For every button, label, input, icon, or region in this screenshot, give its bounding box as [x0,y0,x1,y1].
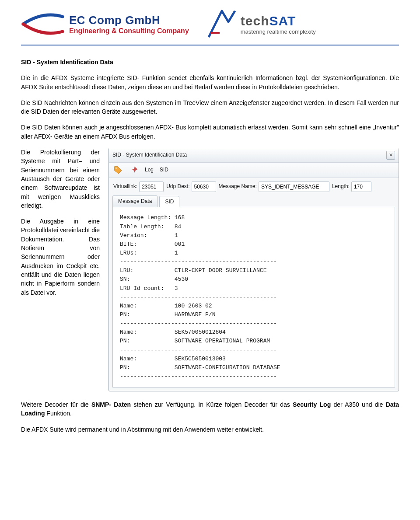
window-title: SID - System Identification Data [112,151,187,159]
udpdest-input[interactable] [192,181,216,192]
techsat-name: techSAT [241,14,316,28]
tabs: Message Data SID [109,195,399,207]
length-label: Length: [332,183,350,190]
tag-icon[interactable] [113,165,123,175]
svg-point-0 [61,15,64,18]
paragraph-left-2: Die Ausgabe in eine Protokolldatei verei… [21,217,100,297]
section-heading: SID - System Identification Data [21,58,399,66]
page-header: EC Comp GmbH Engineering & Consulting Co… [21,9,399,39]
pin-icon[interactable] [129,165,139,175]
logo-ec-comp: EC Comp GmbH Engineering & Consulting Co… [21,9,189,39]
length-input[interactable] [351,181,371,192]
paragraph-1: Die in die AFDX Systeme integrierte SID-… [21,73,399,91]
paragraph-3: Die SID Daten können auch je angeschloss… [21,123,399,141]
sid-window: SID - System Identification Data ✕ Log S… [108,148,399,391]
ec-comp-sub: Engineering & Consulting Company [69,27,189,35]
udpdest-label: Udp Dest: [166,183,189,190]
fields-row: Virtuallink: Udp Dest: Message Name: Len… [109,178,399,195]
tab-sid[interactable]: SID [159,196,179,207]
window-toolbar: Log SID [109,163,399,178]
logo-techsat: techSAT mastering realtime complexity [206,9,316,39]
sid-data-body: Message Length: 168 Table Length: 84 Ver… [112,207,395,387]
toolbar-log-label[interactable]: Log [145,166,154,174]
techsat-sub: mastering realtime complexity [241,28,316,35]
tab-message-data[interactable]: Message Data [112,195,158,207]
footer-paragraph-1: Weitere Decoder für die SNMP- Daten steh… [21,400,399,418]
ec-comp-name: EC Comp GmbH [69,14,189,27]
paragraph-left-1: Die Protokollierung der Systeme mit Part… [21,148,100,210]
header-divider [21,45,399,45]
svg-point-1 [61,30,64,33]
paragraph-2: Die SID Nachrichten können einzeln aus d… [21,98,399,116]
close-icon[interactable]: ✕ [386,151,395,160]
msgname-input[interactable] [259,181,329,192]
virtuallink-input[interactable] [139,181,164,192]
footer-paragraph-2: Die AFDX Suite wird permanent und in Abs… [21,425,399,434]
toolbar-sid-label[interactable]: SID [160,166,168,174]
virtuallink-label: Virtuallink: [113,183,137,190]
window-titlebar: SID - System Identification Data ✕ [109,148,399,163]
svg-point-2 [116,168,117,169]
msgname-label: Message Name: [219,183,257,190]
swirl-icon [21,9,65,39]
techsat-mark-icon [206,9,237,39]
